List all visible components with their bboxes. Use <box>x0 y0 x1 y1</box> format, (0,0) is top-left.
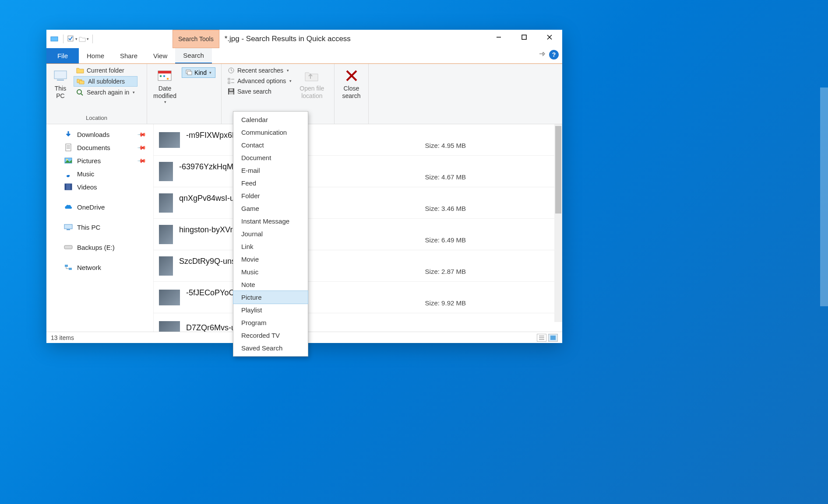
nav-quick-access-group: Downloads📌Documents📌Pictures📌MusicVideos <box>48 128 152 193</box>
file-explorer-window: ▾ ▾ Search Tools *.jpg - Search Results … <box>46 30 562 343</box>
result-size: Size: 4.95 MB <box>425 142 562 149</box>
search-again-in-button[interactable]: Search again in ▾ <box>74 88 137 97</box>
kind-label: Kind <box>194 69 207 76</box>
svg-rect-37 <box>64 245 72 249</box>
details-view-button[interactable] <box>537 334 546 342</box>
close-button[interactable] <box>537 30 562 45</box>
result-row[interactable]: -63976YzkHqM-unsplashSize: 4.67 MB <box>154 156 562 187</box>
svg-rect-39 <box>69 268 72 270</box>
minimize-button[interactable] <box>486 30 511 45</box>
kind-menu-item-folder[interactable]: Folder <box>233 189 308 202</box>
result-row[interactable]: hingston-byXVrNaXQzI-unsplashSize: 6.49 … <box>154 219 562 250</box>
kind-menu-item-communication[interactable]: Communication <box>233 126 308 139</box>
all-subfolders-button[interactable]: All subfolders <box>74 76 137 87</box>
kind-menu-item-e-mail[interactable]: E-mail <box>233 164 308 177</box>
svg-rect-12 <box>163 75 165 77</box>
view-mode-toggles <box>537 334 558 342</box>
kind-menu-item-note[interactable]: Note <box>233 278 308 291</box>
nav-label: Documents <box>77 144 110 151</box>
advanced-options-button[interactable]: Advanced options ▾ <box>225 76 294 86</box>
kind-menu-item-instant-message[interactable]: Instant Message <box>233 215 308 228</box>
kind-menu-item-calendar[interactable]: Calendar <box>233 113 308 126</box>
kind-menu-item-playlist[interactable]: Playlist <box>233 304 308 316</box>
list-check-icon <box>228 77 235 84</box>
vertical-scrollbar[interactable] <box>554 124 562 322</box>
save-search-button[interactable]: Save search <box>225 87 294 96</box>
svg-rect-22 <box>229 89 233 91</box>
result-row[interactable]: -m9FIXWpx6bI-unsplashSize: 4.95 MB <box>154 124 562 156</box>
quick-access-toolbar: ▾ ▾ <box>46 34 95 44</box>
nav-this-pc[interactable]: This PC <box>48 220 152 234</box>
tab-file[interactable]: File <box>46 48 79 63</box>
tab-view[interactable]: View <box>145 48 175 63</box>
thumbnails-view-button[interactable] <box>548 334 558 342</box>
kind-menu-item-link[interactable]: Link <box>233 240 308 253</box>
date-modified-button[interactable]: Date modified ▾ <box>151 66 179 106</box>
maximize-button[interactable] <box>511 30 537 45</box>
tab-home[interactable]: Home <box>79 48 112 63</box>
result-row[interactable]: -5fJECoPYoC0-unsplashSize: 9.92 MB <box>154 282 562 313</box>
chevron-down-icon: ▾ <box>209 70 211 75</box>
properties-button[interactable]: ▾ <box>67 34 78 44</box>
kind-menu-item-journal[interactable]: Journal <box>233 228 308 240</box>
kind-menu-item-movie[interactable]: Movie <box>233 253 308 266</box>
tab-search[interactable]: Search <box>175 48 212 63</box>
svg-rect-17 <box>228 78 230 80</box>
this-pc-button[interactable]: This PC <box>50 66 71 102</box>
chevron-down-icon: ▾ <box>289 79 292 83</box>
help-button[interactable]: ? <box>549 50 559 60</box>
pin-ribbon-button[interactable] <box>539 50 546 59</box>
nav-backups-drive[interactable]: Backups (E:) <box>48 241 152 254</box>
result-row[interactable]: SzcDtRy9Q-unsplashSize: 2.87 MB <box>154 250 562 282</box>
nav-item-pictures[interactable]: Pictures📌 <box>48 154 152 167</box>
music-icon <box>64 169 73 178</box>
kind-menu-item-picture[interactable]: Picture <box>233 291 308 304</box>
ribbon-group-label <box>338 121 365 123</box>
recent-searches-label: Recent searches <box>237 67 283 74</box>
nav-item-documents[interactable]: Documents📌 <box>48 141 152 154</box>
open-file-location-label: Open file location <box>299 85 324 100</box>
kind-menu-item-program[interactable]: Program <box>233 316 308 329</box>
kind-menu-item-game[interactable]: Game <box>233 202 308 215</box>
kind-menu-item-document[interactable]: Document <box>233 151 308 164</box>
kind-menu-item-recorded-tv[interactable]: Recorded TV <box>233 329 308 342</box>
svg-rect-11 <box>160 75 162 77</box>
kind-menu-item-saved-search[interactable]: Saved Search <box>233 342 308 354</box>
kind-menu-item-feed[interactable]: Feed <box>233 177 308 189</box>
new-folder-button[interactable]: ▾ <box>78 34 89 44</box>
save-icon <box>228 88 235 95</box>
tab-share[interactable]: Share <box>112 48 145 63</box>
close-search-button[interactable]: Close search <box>339 66 363 102</box>
refresh-search-icon <box>76 89 84 96</box>
svg-rect-6 <box>54 71 67 79</box>
nav-item-music[interactable]: Music <box>48 167 152 180</box>
kind-button[interactable]: Kind ▾ <box>182 67 215 78</box>
app-icon[interactable] <box>49 34 60 44</box>
nav-onedrive[interactable]: OneDrive <box>48 200 152 214</box>
current-folder-button[interactable]: Current folder <box>74 66 137 75</box>
kind-menu-item-music[interactable]: Music <box>233 266 308 278</box>
thumbnails-icon <box>550 335 556 340</box>
current-folder-label: Current folder <box>87 67 124 74</box>
svg-rect-34 <box>70 184 72 190</box>
close-search-label: Close search <box>342 85 360 100</box>
all-subfolders-label: All subfolders <box>88 78 125 85</box>
maximize-icon <box>521 35 527 40</box>
pc-icon <box>64 223 73 231</box>
nav-label: Downloads <box>77 131 109 138</box>
nav-network[interactable]: Network <box>48 261 152 274</box>
nav-item-downloads[interactable]: Downloads📌 <box>48 128 152 141</box>
chevron-down-icon: ▾ <box>164 100 166 105</box>
recent-searches-button[interactable]: Recent searches ▾ <box>225 66 294 75</box>
result-row[interactable]: D7ZQr6Mvs-unsplash <box>154 313 562 332</box>
pin-icon: 📌 <box>137 143 147 152</box>
scrollbar-thumb[interactable] <box>555 126 561 214</box>
save-search-label: Save search <box>237 88 271 95</box>
result-thumbnail <box>159 321 180 332</box>
nav-label: Music <box>77 170 94 178</box>
nav-item-videos[interactable]: Videos <box>48 180 152 193</box>
svg-rect-36 <box>67 229 70 230</box>
kind-menu-item-contact[interactable]: Contact <box>233 139 308 151</box>
downloads-icon <box>64 130 73 139</box>
result-row[interactable]: qnXgPv84wsI-unsplashSize: 3.46 MB <box>154 187 562 219</box>
